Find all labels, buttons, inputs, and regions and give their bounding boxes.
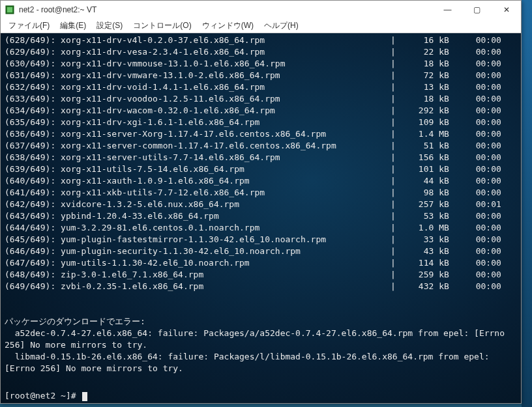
menubar: ファイル(F) 編集(E) 設定(S) コントロール(O) ウィンドウ(W) ヘ…: [1, 19, 521, 33]
package-size: 51 kB: [397, 140, 449, 152]
package-size: 1.4 MB: [397, 128, 449, 140]
svg-rect-1: [7, 7, 12, 12]
package-name: (632/649): xorg-x11-drv-void-1.4.1-1.el6…: [5, 81, 389, 93]
package-name: (647/649): yum-utils-1.1.30-42.el6_10.no…: [5, 257, 389, 269]
package-name: (648/649): zip-3.0-1.el6_7.1.x86_64.rpm: [5, 269, 389, 281]
download-row: (642/649): xvidcore-1.3.2-5.el6.nux.x86_…: [5, 199, 517, 210]
package-size: 257 kB: [397, 199, 449, 210]
window-controls: — ▢ ✕: [433, 1, 521, 19]
separator: |: [389, 163, 397, 175]
package-name: (640/649): xorg-x11-xauth-1.0.9-1.el6.x8…: [5, 175, 389, 187]
package-size: 109 kB: [397, 117, 449, 128]
download-row: (633/649): xorg-x11-drv-voodoo-1.2.5-11.…: [5, 93, 517, 105]
package-size: 1.0 MB: [397, 222, 449, 234]
package-time: 00:00: [449, 175, 501, 187]
package-size: 13 kB: [397, 81, 449, 93]
package-name: (639/649): xorg-x11-utils-7.5-14.el6.x86…: [5, 163, 389, 175]
package-time: 00:00: [449, 105, 501, 117]
separator: |: [389, 140, 397, 152]
package-time: 00:00: [449, 269, 501, 281]
download-row: (634/649): xorg-x11-drv-wacom-0.32.0-1.e…: [5, 105, 517, 117]
separator: |: [389, 234, 397, 246]
download-row: (629/649): xorg-x11-drv-vesa-2.3.4-1.el6…: [5, 46, 517, 58]
package-time: 00:00: [449, 140, 501, 152]
menu-window[interactable]: ウィンドウ(W): [197, 19, 259, 33]
window-title: net2 - root@net2:~ VT: [19, 5, 433, 14]
package-name: (645/649): yum-plugin-fastestmirror-1.1.…: [5, 234, 389, 246]
download-row: (637/649): xorg-x11-server-common-1.17.4…: [5, 140, 517, 152]
separator: |: [389, 199, 397, 210]
menu-edit[interactable]: 編集(E): [55, 19, 91, 33]
package-name: (649/649): zvbi-0.2.35-1.el6.x86_64.rpm: [5, 281, 389, 292]
package-size: 72 kB: [397, 70, 449, 81]
separator: |: [389, 105, 397, 117]
package-size: 259 kB: [397, 269, 449, 281]
package-size: 53 kB: [397, 210, 449, 222]
separator: |: [389, 269, 397, 281]
minimize-button[interactable]: —: [433, 1, 462, 19]
separator: |: [389, 210, 397, 222]
package-time: 00:00: [449, 70, 501, 81]
cursor-icon: [82, 392, 87, 401]
package-size: 22 kB: [397, 46, 449, 58]
download-row: (647/649): yum-utils-1.1.30-42.el6_10.no…: [5, 257, 517, 269]
package-time: 00:00: [449, 163, 501, 175]
package-time: 00:00: [449, 46, 501, 58]
download-row: (639/649): xorg-x11-utils-7.5-14.el6.x86…: [5, 163, 517, 175]
package-time: 00:00: [449, 93, 501, 105]
separator: |: [389, 81, 397, 93]
menu-file[interactable]: ファイル(F): [3, 19, 55, 33]
package-time: 00:00: [449, 210, 501, 222]
package-size: 18 kB: [397, 93, 449, 105]
titlebar[interactable]: net2 - root@net2:~ VT — ▢ ✕: [1, 1, 521, 19]
download-row: (628/649): xorg-x11-drv-v4l-0.2.0-37.el6…: [5, 35, 517, 46]
terminal-window: net2 - root@net2:~ VT — ▢ ✕ ファイル(F) 編集(E…: [0, 0, 522, 404]
download-row: (644/649): yum-3.2.29-81.el6.centos.0.1.…: [5, 222, 517, 234]
download-row: (635/649): xorg-x11-drv-xgi-1.6.1-1.el6.…: [5, 117, 517, 128]
package-name: (644/649): yum-3.2.29-81.el6.centos.0.1.…: [5, 222, 389, 234]
separator: |: [389, 246, 397, 257]
package-size: 156 kB: [397, 152, 449, 163]
package-time: 00:00: [449, 35, 501, 46]
package-name: (630/649): xorg-x11-drv-vmmouse-13.1.0-1…: [5, 58, 389, 70]
separator: |: [389, 257, 397, 269]
shell-prompt[interactable]: [root@net2 ~]#: [5, 390, 517, 402]
package-name: (634/649): xorg-x11-drv-wacom-0.32.0-1.e…: [5, 105, 389, 117]
menu-help[interactable]: ヘルプ(H): [259, 19, 304, 33]
separator: |: [389, 128, 397, 140]
package-time: 00:00: [449, 128, 501, 140]
menu-setup[interactable]: 設定(S): [91, 19, 128, 33]
package-time: 00:00: [449, 81, 501, 93]
close-button[interactable]: ✕: [492, 1, 521, 19]
terminal-output[interactable]: (628/649): xorg-x11-drv-v4l-0.2.0-37.el6…: [1, 33, 521, 403]
error-header: パッケージのダウンロードでエラー:: [5, 316, 517, 328]
package-name: (628/649): xorg-x11-drv-v4l-0.2.0-37.el6…: [5, 35, 389, 46]
package-name: (642/649): xvidcore-1.3.2-5.el6.nux.x86_…: [5, 199, 389, 210]
separator: |: [389, 70, 397, 81]
download-row: (631/649): xorg-x11-drv-vmware-13.1.0-2.…: [5, 70, 517, 81]
separator: |: [389, 93, 397, 105]
separator: |: [389, 58, 397, 70]
separator: |: [389, 46, 397, 58]
download-row: (638/649): xorg-x11-server-utils-7.7-14.…: [5, 152, 517, 163]
package-name: (631/649): xorg-x11-drv-vmware-13.1.0-2.…: [5, 70, 389, 81]
package-size: 16 kB: [397, 35, 449, 46]
package-size: 432 kB: [397, 281, 449, 292]
maximize-button[interactable]: ▢: [462, 1, 492, 19]
error-detail: libmad-0.15.1b-26.el6.x86_64: failure: P…: [5, 351, 517, 374]
download-row: (643/649): ypbind-1.20.4-33.el6.x86_64.r…: [5, 210, 517, 222]
download-row: (646/649): yum-plugin-security-1.1.30-42…: [5, 246, 517, 257]
package-size: 44 kB: [397, 175, 449, 187]
download-row: (636/649): xorg-x11-server-Xorg-1.17.4-1…: [5, 128, 517, 140]
package-name: (637/649): xorg-x11-server-common-1.17.4…: [5, 140, 389, 152]
separator: |: [389, 175, 397, 187]
package-time: 00:01: [449, 199, 501, 210]
package-size: 33 kB: [397, 234, 449, 246]
package-size: 292 kB: [397, 105, 449, 117]
package-size: 43 kB: [397, 246, 449, 257]
package-time: 00:00: [449, 281, 501, 292]
package-time: 00:00: [449, 257, 501, 269]
menu-control[interactable]: コントロール(O): [128, 19, 196, 33]
package-time: 00:00: [449, 187, 501, 199]
package-time: 00:00: [449, 117, 501, 128]
